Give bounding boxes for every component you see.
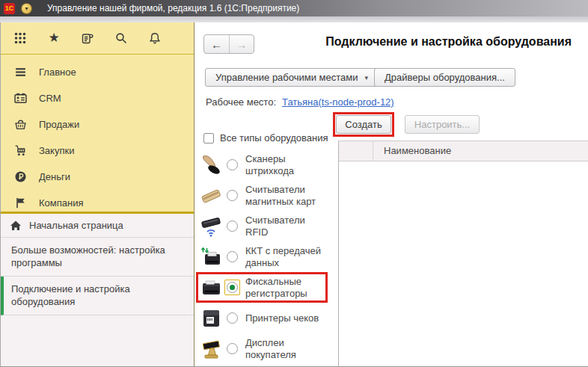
menu-circle-arrow-icon: ▼: [24, 6, 29, 11]
equipment-label: Принтеры чеков: [241, 312, 326, 324]
sidebar-item-crm[interactable]: CRM: [1, 85, 194, 111]
configure-button[interactable]: Настроить...: [405, 115, 480, 134]
history-scroll-icon[interactable]: [80, 31, 95, 46]
equipment-label: Фискальные регистраторы: [241, 276, 326, 300]
search-icon[interactable]: [114, 31, 129, 46]
sidebar-item-glavnoe[interactable]: Главное: [1, 59, 194, 85]
kkt-data-transfer-icon: [199, 246, 223, 268]
sidebar-pages: Начальная страница Больше возможностей: …: [1, 214, 194, 366]
titlebar-substrip: [0, 16, 588, 22]
sales-basket-icon: [14, 118, 27, 131]
sidebar-page-label: Начальная страница: [29, 219, 123, 232]
radio-barcode-scanners[interactable]: [227, 159, 238, 170]
workplace-link[interactable]: Татьяна(ts-node-prod-12): [282, 96, 394, 108]
equipment-row-rfid-readers[interactable]: Считыватели RFID: [199, 211, 335, 241]
notifications-bell-icon[interactable]: [147, 31, 162, 46]
forward-button[interactable]: →: [229, 35, 254, 53]
table-header-name-column: Наименование: [373, 141, 588, 161]
drivers-button[interactable]: Драйверы оборудования...: [374, 68, 515, 87]
equipment-row-barcode-scanners[interactable]: Сканеры штрихкода: [199, 149, 335, 180]
crm-card-icon: [14, 92, 27, 105]
radio-focus-frame: [224, 280, 240, 295]
workplace-label: Рабочее место:: [206, 96, 276, 108]
sidebar-filler: [1, 315, 194, 366]
equipment-table-body[interactable]: [339, 161, 588, 366]
equipment-label: Считыватели магнитных карт: [241, 184, 326, 208]
main-menu-button[interactable]: ▼: [21, 3, 32, 14]
sidebar-page-equipment[interactable]: Подключение и настройка оборудования: [1, 277, 194, 315]
equipment-row-customer-displays[interactable]: Дисплеи покупателя: [199, 333, 335, 364]
fiscal-registrar-icon: [199, 277, 223, 299]
magnetic-card-reader-icon: [199, 185, 223, 207]
receipt-printer-icon: [199, 307, 223, 330]
radio-receipt-printers[interactable]: [227, 312, 238, 324]
equipment-label: Считыватели RFID: [241, 215, 326, 238]
home-icon: [10, 220, 22, 232]
menu-lines-icon: [14, 66, 27, 78]
back-button[interactable]: ←: [204, 35, 229, 53]
window-title: Управление нашей фирмой, редакция 1.6 (1…: [47, 3, 299, 13]
sidebar-item-zakupki[interactable]: Закупки: [1, 138, 194, 164]
sidebar-menu: Главное CRM Продажи: [1, 55, 194, 216]
main-panel: ← → Подключение и настройка оборудования…: [195, 22, 588, 366]
purchases-cart-icon: [14, 144, 27, 157]
sidebar-item-label: CRM: [39, 93, 61, 104]
sidebar-page-label: Подключение и настройка оборудования: [11, 283, 130, 307]
sidebar-toolbar: ★: [1, 22, 194, 55]
equipment-table-header: Наименование: [339, 141, 588, 161]
customer-display-icon: [199, 338, 223, 360]
rfid-reader-icon: [199, 215, 223, 238]
sidebar-page-home[interactable]: Начальная страница: [1, 214, 194, 238]
barcode-scanner-icon: [199, 154, 223, 176]
sidebar-page-label: Больше возможностей: настройка программы: [11, 244, 165, 268]
workplaces-dropdown-label: Управление рабочими местами: [215, 72, 358, 83]
drivers-button-label: Драйверы оборудования...: [385, 72, 505, 83]
sidebar-item-label: Деньги: [39, 171, 70, 182]
equipment-row-card-readers[interactable]: Считыватели магнитных карт: [199, 180, 335, 211]
equipment-label: Сканеры штрихкода: [241, 153, 326, 177]
sidebar-item-label: Компания: [39, 197, 84, 209]
all-types-label: Все типы оборудования: [220, 132, 328, 144]
workplaces-dropdown-button[interactable]: Управление рабочими местами ▾: [205, 68, 379, 87]
apps-grid-icon[interactable]: [13, 31, 28, 46]
sidebar-item-dengi[interactable]: Деньги: [1, 164, 194, 190]
sidebar-item-label: Закупки: [39, 145, 74, 156]
equipment-row-fiscal-registrars[interactable]: Фискальные регистраторы: [199, 272, 335, 303]
equipment-row-kkt[interactable]: ККТ с передачей данных: [199, 241, 335, 272]
star-glyph: ★: [48, 31, 59, 45]
radio-selected-dot: [230, 285, 235, 290]
window-titlebar: 1С ▼ Управление нашей фирмой, редакция 1…: [0, 0, 588, 16]
page-title: Подключение и настройка оборудования: [325, 35, 572, 49]
equipment-label: ККТ с передачей данных: [241, 245, 326, 269]
radio-rfid-readers[interactable]: [227, 220, 238, 232]
radio-customer-displays[interactable]: [227, 343, 238, 354]
1c-logo-icon: 1С: [4, 3, 15, 14]
workplace-row: Рабочее место:Татьяна(ts-node-prod-12): [206, 96, 394, 108]
equipment-type-list: Сканеры штрихкода Считыватели магнитных …: [199, 149, 335, 364]
favorites-star-icon[interactable]: ★: [46, 31, 61, 46]
radio-fiscal-registrars[interactable]: [227, 282, 238, 293]
equipment-table: Наименование: [338, 141, 588, 366]
equipment-row-receipt-printers[interactable]: Принтеры чеков: [199, 303, 335, 333]
sidebar-item-label: Продажи: [39, 119, 79, 130]
chevron-down-icon: ▾: [364, 74, 368, 81]
company-flag-icon: [14, 197, 27, 209]
table-header-select-column: [339, 141, 373, 161]
sidebar-item-prodazhi[interactable]: Продажи: [1, 111, 194, 138]
equipment-label: Дисплеи покупателя: [241, 337, 326, 361]
history-nav: ← →: [203, 34, 254, 54]
sidebar-sections: ★: [1, 22, 194, 212]
radio-kkt[interactable]: [227, 251, 238, 262]
money-ruble-icon: [14, 170, 27, 183]
sidebar-item-label: Главное: [39, 67, 76, 78]
all-types-checkbox[interactable]: [203, 133, 214, 144]
radio-card-readers[interactable]: [227, 190, 238, 201]
sidebar: ★: [0, 22, 195, 366]
all-types-checkbox-row: Все типы оборудования: [203, 132, 328, 144]
create-button[interactable]: Создать: [336, 115, 391, 134]
create-button-annotation: Создать: [333, 112, 394, 137]
sidebar-page-settings[interactable]: Больше возможностей: настройка программы: [1, 238, 194, 277]
